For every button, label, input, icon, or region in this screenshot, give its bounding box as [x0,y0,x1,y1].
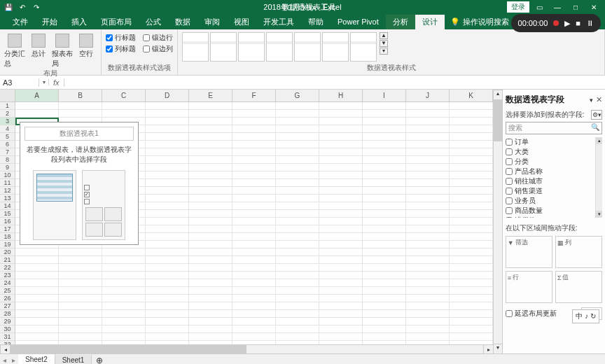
cell[interactable] [319,233,363,241]
columns-drop-zone[interactable]: ▦列 [555,236,602,268]
cell[interactable] [146,256,189,264]
cell[interactable] [363,118,406,125]
cell[interactable] [319,318,363,326]
cell[interactable] [363,218,406,225]
cell[interactable] [15,295,59,302]
banded-cols-checkbox[interactable]: 镶边列 [143,43,173,55]
field-item[interactable]: 订单 [506,137,602,147]
cell[interactable] [363,172,406,179]
row-header[interactable]: 17 [0,225,15,233]
cell[interactable] [450,279,493,287]
field-item[interactable]: 分类 [506,157,602,167]
cell[interactable] [276,148,319,156]
cell[interactable] [232,264,276,272]
cell[interactable] [450,318,493,326]
cell[interactable] [189,172,232,179]
cell[interactable] [232,256,276,264]
col-header[interactable]: E [189,90,232,102]
cell[interactable] [146,302,189,310]
play-icon[interactable]: ▶ [564,19,570,28]
cell[interactable] [146,310,189,318]
cell[interactable] [102,110,146,118]
cell[interactable] [276,302,319,310]
cell[interactable] [15,102,59,110]
cell[interactable] [450,264,493,272]
cell[interactable] [189,179,232,187]
cell[interactable] [406,102,450,110]
field-item[interactable]: 进货价 [506,216,602,218]
sheet-tab[interactable]: Sheet1 [55,355,92,364]
cell[interactable] [146,287,189,295]
cell[interactable] [146,195,189,202]
cell[interactable] [406,287,450,295]
field-search-input[interactable]: 搜索 🔍 [506,122,602,134]
cell[interactable] [146,272,189,279]
cell[interactable] [406,195,450,202]
cell[interactable] [450,326,493,333]
row-header[interactable]: 9 [0,164,15,172]
cell[interactable] [59,110,102,118]
row-header[interactable]: 1 [0,102,15,110]
cell[interactable] [319,241,363,248]
cell[interactable] [102,272,146,279]
cell[interactable] [363,302,406,310]
cell[interactable] [189,310,232,318]
cell[interactable] [319,195,363,202]
cell[interactable] [276,326,319,333]
ribbon-display-icon[interactable]: ▭ [531,4,548,11]
cell[interactable] [15,272,59,279]
cell[interactable] [450,218,493,225]
close-icon[interactable]: ✕ [585,4,602,11]
cell[interactable] [363,179,406,187]
col-headers-checkbox[interactable]: 列标题 [106,43,136,55]
cell[interactable] [450,187,493,195]
cell[interactable] [189,125,232,133]
cell[interactable] [319,210,363,218]
cell[interactable] [276,279,319,287]
rows-drop-zone[interactable]: ≡行 [506,271,552,303]
cell[interactable] [189,287,232,295]
cell[interactable] [319,341,363,344]
cell[interactable] [450,172,493,179]
field-list-scrollbar[interactable]: ▴ ▾ [595,137,602,218]
field-item[interactable]: 大类 [506,147,602,157]
cell[interactable] [276,210,319,218]
col-header[interactable]: C [102,90,146,102]
cell[interactable] [406,164,450,172]
style-swatch[interactable] [238,32,265,62]
cell[interactable] [406,141,450,148]
cell[interactable] [15,287,59,295]
pause-icon[interactable]: ⏸ [586,19,594,27]
cell[interactable] [363,248,406,256]
grid-row[interactable]: 24 [0,279,493,287]
cell[interactable] [363,187,406,195]
cell[interactable] [146,318,189,326]
cell[interactable] [15,333,59,341]
cell[interactable] [102,318,146,326]
sheet-nav-prev-icon[interactable]: ◂ [0,356,9,364]
cell[interactable] [146,110,189,118]
grid-row[interactable]: 26 [0,295,493,302]
cell[interactable] [232,295,276,302]
row-header[interactable]: 3 [0,118,15,125]
field-list[interactable]: 订单 大类 分类 产品名称 销往城市 销售渠道 业务员 商品数量 进货价 零售价… [506,137,602,218]
cell[interactable] [146,248,189,256]
undo-icon[interactable]: ↶ [17,1,28,13]
cell[interactable] [319,187,363,195]
values-drop-zone[interactable]: Σ值 [555,271,602,303]
cell[interactable] [232,302,276,310]
cell[interactable] [102,310,146,318]
cell[interactable] [450,287,493,295]
cell[interactable] [189,195,232,202]
cell[interactable] [450,110,493,118]
cell[interactable] [15,279,59,287]
grid-row[interactable]: 30 [0,326,493,333]
cell[interactable] [406,225,450,233]
cell[interactable] [363,156,406,164]
row-headers-checkbox[interactable]: 行标题 [106,32,136,43]
cell[interactable] [146,241,189,248]
cell[interactable] [319,164,363,172]
close-pane-icon[interactable]: ✕ [596,95,602,104]
cell[interactable] [232,179,276,187]
cell[interactable] [319,218,363,225]
